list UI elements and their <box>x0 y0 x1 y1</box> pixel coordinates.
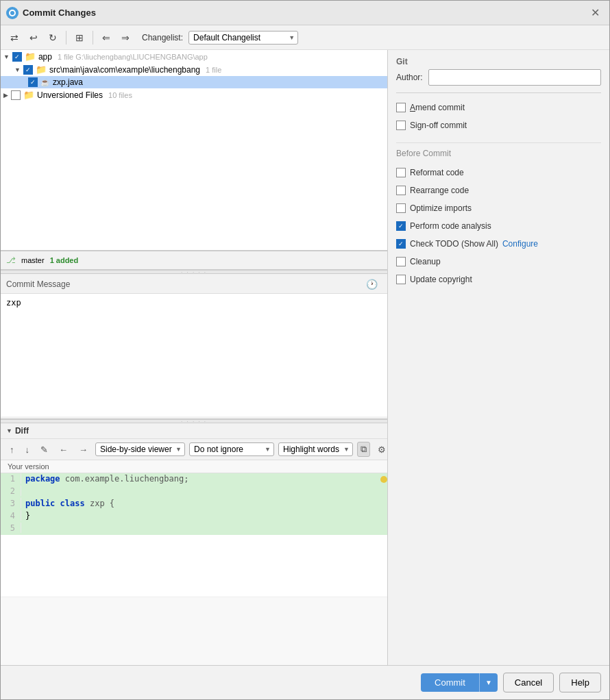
diff-go-right-button[interactable]: → <box>75 442 91 457</box>
amend-commit-row[interactable]: Amend commit <box>396 101 601 114</box>
bottom-bar: Commit ▼ Cancel Help <box>1 665 609 699</box>
commit-message-label: Commit Message <box>6 279 70 289</box>
tree-item-unversioned[interactable]: 📁 Unversioned Files 10 files <box>1 88 387 101</box>
changelist-select-wrap[interactable]: Default Changelist <box>186 31 298 45</box>
status-bar: ⎇ master 1 added <box>1 251 387 270</box>
help-button[interactable]: Help <box>559 673 601 692</box>
main-content: ✓ 📁 app 1 file G:\liuchengbang\LIUCHENGB… <box>1 50 609 665</box>
diff-prev-button[interactable]: ↑ <box>6 442 18 457</box>
author-label: Author: <box>396 73 423 82</box>
refresh-button[interactable]: ↻ <box>45 30 61 45</box>
tree-item-zxp[interactable]: ✓ ☕ zxp.java <box>1 76 387 88</box>
diff-expand-icon[interactable] <box>6 427 12 434</box>
author-input[interactable] <box>428 69 601 86</box>
commit-button[interactable]: Commit <box>421 673 479 692</box>
reformat-row[interactable]: Reformat code <box>396 166 601 179</box>
commit-message-input[interactable]: zxp <box>1 293 387 416</box>
diff-go-left-button[interactable]: ← <box>56 442 71 457</box>
folder-icon-app: 📁 <box>25 51 36 62</box>
view-select-wrap[interactable]: Side-by-side viewer Unified viewer <box>95 442 185 456</box>
tree-item-src[interactable]: ✓ 📁 src\main\java\com\example\liuchengba… <box>1 63 387 76</box>
commit-changes-window: Commit Changes ✕ ⇄ ↩ ↻ ⊞ ⇐ ⇒ Changelist:… <box>0 0 610 700</box>
diff-highlight-select[interactable]: Highlight words Highlight lines No highl… <box>278 442 353 456</box>
diff-ignore-select[interactable]: Do not ignore Ignore whitespace <box>189 442 274 456</box>
checkbox-zxp[interactable]: ✓ <box>28 77 38 87</box>
svg-point-1 <box>10 11 14 15</box>
line-num-1: 1 <box>1 473 21 484</box>
file-icon-zxp: ☕ <box>40 78 50 87</box>
commit-message-history-button[interactable]: 🕐 <box>362 277 382 292</box>
copyright-row[interactable]: Update copyright <box>396 273 601 286</box>
signoff-checkbox[interactable] <box>396 121 406 130</box>
tree-item-app[interactable]: ✓ 📁 app 1 file G:\liuchengbang\LIUCHENGB… <box>1 50 387 63</box>
tree-item-label-zxp: zxp.java <box>53 77 83 87</box>
change-indicator <box>380 476 387 483</box>
rearrange-row[interactable]: Rearrange code <box>396 184 601 197</box>
author-row: Author: <box>396 69 601 86</box>
line-num-2: 2 <box>1 486 21 496</box>
folder-icon-unversioned: 📁 <box>23 90 34 100</box>
right-panel: Git Author: Amend commit Sign-off commit… <box>388 50 609 665</box>
highlight-select-wrap[interactable]: Highlight words Highlight lines No highl… <box>278 442 353 456</box>
configure-link[interactable]: Configure <box>502 239 538 249</box>
cleanup-row[interactable]: Cleanup <box>396 255 601 268</box>
diff-code-area[interactable]: 1 package com.example.liuchengbang; 2 <box>1 473 387 597</box>
diff-copy-button[interactable]: ⧉ <box>357 442 370 457</box>
arrow-src <box>14 66 21 73</box>
diff-line-1: 1 package com.example.liuchengbang; <box>1 473 387 486</box>
diff-code: 1 package com.example.liuchengbang; 2 <box>1 473 387 535</box>
window-title: Commit Changes <box>23 8 587 18</box>
checkbox-src[interactable]: ✓ <box>23 65 33 75</box>
cleanup-label: Cleanup <box>410 257 441 266</box>
folder-icon-src: 📁 <box>36 64 47 75</box>
copyright-checkbox[interactable] <box>396 275 406 284</box>
checktodo-row[interactable]: ✓ Check TODO (Show All) Configure <box>396 238 601 250</box>
line-content-4: } <box>25 510 387 521</box>
diff-next-button[interactable]: ↓ <box>22 442 34 457</box>
signoff-commit-row[interactable]: Sign-off commit <box>396 119 601 132</box>
tree-item-extra-unversioned: 10 files <box>108 91 132 99</box>
diff-full-section: · · · · · Diff ↑ ↓ ✎ ← → Side-by-s <box>1 418 387 665</box>
expand-all-button[interactable]: ⊞ <box>71 30 88 45</box>
codeanalysis-row[interactable]: ✓ Perform code analysis <box>396 220 601 232</box>
app-icon <box>6 7 19 19</box>
diff-line-5: 5 <box>1 523 387 535</box>
optimize-label: Optimize imports <box>410 203 472 213</box>
line-num-4: 4 <box>1 510 21 521</box>
diff-view-select[interactable]: Side-by-side viewer Unified viewer <box>95 442 185 456</box>
checkbox-unversioned[interactable] <box>11 90 21 100</box>
diff-settings-button[interactable]: ⚙ <box>374 442 389 457</box>
move-to-changelist-button[interactable]: ⇄ <box>6 30 23 45</box>
cleanup-checkbox[interactable] <box>396 257 406 266</box>
ignore-select-wrap[interactable]: Do not ignore Ignore whitespace <box>189 442 274 456</box>
close-button[interactable]: ✕ <box>587 5 604 21</box>
tree-item-extra-src: 1 file <box>206 66 221 74</box>
rearrange-checkbox[interactable] <box>396 186 406 195</box>
undo-button[interactable]: ↩ <box>25 30 42 45</box>
changelist-select[interactable]: Default Changelist <box>188 31 298 45</box>
arrow-app <box>3 53 10 60</box>
diff-toolbar: ↑ ↓ ✎ ← → Side-by-side viewer Unified vi… <box>1 439 387 460</box>
git-section: Git Author: <box>396 57 601 93</box>
reformat-checkbox[interactable] <box>396 168 406 177</box>
tree-item-extra-app: 1 file G:\liuchengbang\LIUCHENGBANG\app <box>58 53 208 61</box>
separator <box>66 31 66 45</box>
file-tree[interactable]: ✓ 📁 app 1 file G:\liuchengbang\LIUCHENGB… <box>1 50 387 251</box>
reformat-label: Reformat code <box>410 168 464 177</box>
checkbox-app[interactable]: ✓ <box>12 52 22 62</box>
move-right-button[interactable]: ⇒ <box>117 30 134 45</box>
codeanalysis-checkbox[interactable]: ✓ <box>396 221 406 231</box>
commit-arrow-button[interactable]: ▼ <box>479 673 498 692</box>
commit-message-header: Commit Message 🕐 <box>1 274 387 293</box>
move-left-button[interactable]: ⇐ <box>98 30 114 45</box>
cancel-button[interactable]: Cancel <box>503 673 554 692</box>
separator2 <box>93 31 93 45</box>
optimize-checkbox[interactable] <box>396 203 406 213</box>
line-num-5: 5 <box>1 523 21 533</box>
added-count: 1 added <box>50 256 79 264</box>
diff-edit-button[interactable]: ✎ <box>37 442 51 457</box>
optimize-row[interactable]: Optimize imports <box>396 202 601 214</box>
diff-line-3: 3 public class zxp { <box>1 498 387 510</box>
amend-checkbox[interactable] <box>396 103 406 112</box>
checktodo-checkbox[interactable]: ✓ <box>396 239 406 249</box>
